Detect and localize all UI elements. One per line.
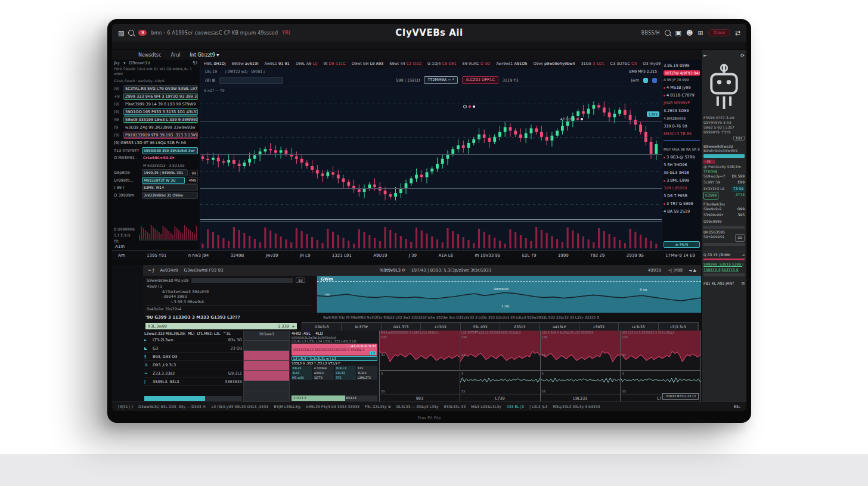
indicator-toggle-blue[interactable] [652,78,657,83]
table-row[interactable]: ⚓O93 ,L9 3L3 [144,361,242,369]
monitor-icon[interactable]: ▣ [675,29,681,37]
sidebar-section-row[interactable]: Ur999tti...M91SS9T3T W 3U4M9 [114,177,198,184]
panel-refresh-icon[interactable]: ⟳ [740,53,745,58]
timeframe-combo[interactable]: TT2MM9A ~ * [424,76,458,84]
sidebar-section-row[interactable]: G9p9tt91999,39 | 93999L 39199 [114,169,198,176]
close-button[interactable]: Close [708,29,730,36]
column-header[interactable]: L3933 [579,323,619,331]
column-header[interactable]: L13O3 [421,323,460,331]
watchlist-row[interactable]: +9Z999 333 9H6 W4 3 19Y1O 93 399 3R3W 1B… [114,93,198,100]
status-item[interactable]: DL3L33 — 83&y3 L33y [396,404,439,409]
section-chip[interactable]: M91SS9T3T W 3U [142,177,185,184]
ticker-item[interactable]: G-1Dj4 C9 O91 [427,61,457,66]
tab-1[interactable]: Newsdtsc [138,52,161,58]
watchlist-row[interactable]: (9)39O1OO.19S P933 3 3133 1O1 43L31139G [114,108,198,116]
drawdown-panel[interactable]: L33 3 3V3 3 3L33LL33 L33 333333313333333… [541,331,621,401]
drawdown-panels[interactable]: M33 w3333333333 3 L3S3 L3L3 S33L3 L13333… [379,331,701,401]
ticker-item[interactable]: O3 myd9 31O [643,61,662,66]
panel-footer-box[interactable]: 33933 B33LL33 (3 [662,393,699,400]
sidebar-section-row[interactable]: ( 99 )E3M9, W14 [114,184,198,191]
ticker-item[interactable]: E9 9UAC O 3O [463,61,491,66]
status-item[interactable]: G3ww9L3s| 83L G93 .33y — D393 ® [138,404,206,409]
section-chip[interactable]: 1999,39 | 93999L 391 [142,169,188,176]
price-axis[interactable]: 3.85,19 099988TJ7W 4J9F93 8AGA 95 JP 78 … [662,60,701,250]
sidebar-section-row[interactable]: T13 4T9T9TTS9993t39 399 39h3s9dt 3wr [114,147,198,154]
column-header[interactable]: 4413LP [540,323,579,331]
ticker-item[interactable]: H9lL 0H1Dj [204,61,226,66]
status-item-highlight[interactable]: 433 EL |3 [507,404,524,409]
ticker-item[interactable]: S9wt 44 C1 O1O [389,61,421,66]
toolbar-mode-label[interactable]: Jwm [631,78,639,83]
ticker-item[interactable]: C3 3U7GC O3 [610,61,637,66]
kv-value-box[interactable]: G9 [735,234,745,242]
ticker-item[interactable]: 31G5 3 1O1 [581,61,604,66]
search-icon[interactable] [128,30,134,36]
sidebar-section-row[interactable]: M 93339313 · 3,93 L93 [114,162,198,169]
equity-area-chart[interactable]: GWm rss Awrssrah 9 sw 1 (9) [317,276,701,313]
table-row[interactable]: ▸LT3-2L3wnB3s 3O [144,336,242,344]
user-icon[interactable]: ☻ [686,29,693,37]
analytics-collapse-icon[interactable]: ≈ ƒ [148,268,154,273]
section-chip[interactable]: 3r9339999d 31 O99m [142,192,198,199]
status-item[interactable]: B3|M L39LL3|y [274,404,300,409]
section-chip[interactable]: Cr1sS9C=3D.Or [142,155,198,161]
column-header[interactable]: L3(3 3L3 [659,323,698,331]
ticker-item[interactable]: 199L A9 LtJ [296,61,318,66]
toolbar-settings-icon[interactable]: (B) ⊞ [205,78,215,83]
panel-footer-icon[interactable]: ⊟ [742,281,745,285]
status-item[interactable]: b39L33 F3y3 b9 3933 33933 [306,404,359,409]
watchlist-row[interactable]: (9)SC3TAL.R3 SVG L79 GV3W 53WL L97T 3L 3… [114,85,198,92]
status-item[interactable]: M&3 L33&L3L3y [471,404,501,409]
price-alert-chip[interactable]: 1399 [647,111,659,117]
close-order-button[interactable]: 4LCZ01 OPP1C [462,76,498,84]
dataview-arrow-icon[interactable]: → [742,253,745,257]
panel-value-box[interactable]: 1G1 [733,136,745,141]
status-item[interactable]: L3 (3L9 y93 39L33 O3s3 ,3333 [212,404,268,409]
section-chip[interactable]: E3M9, W14 [142,184,198,191]
app-logo-icon[interactable]: ▨ [118,29,124,37]
sidebar-section-row[interactable]: O M93M91 .Cr1sS9C=3D.Or [114,154,198,161]
column-header[interactable]: G91 3T3 [382,323,421,331]
column-header[interactable]: LL3L33 [619,323,658,331]
watchlist-row[interactable]: (9)P919133919 9T9 39.193 .313 3 13V9T ¥ [114,132,198,139]
table-row[interactable]: ≈Z33,3.33s3G9.3L1 [144,369,242,378]
drawdown-panel[interactable]: 333 L33 L3 3 3333333 3 333 L33LL31333333… [621,331,701,401]
indicator-toggle-teal[interactable] [643,78,648,83]
status-item[interactable]: E33L33L 33 [444,404,466,409]
column-header[interactable]: G3U3L3 [302,323,342,331]
axis-teal-chip[interactable]: ⊕ PS/N [664,241,700,248]
analytics-play-controls[interactable]: ◄ ▲ [689,268,696,273]
table-row[interactable]: §B93, G93 O3 [144,353,242,361]
drawdown-panel[interactable]: M33 w3333333333 3 L3S3 L3L3 S33L3 L13333… [380,331,460,401]
ticker-item[interactable]: S9t9w avS1th [232,61,259,66]
ticker-item[interactable]: Awr9wt1 A91O5 [496,61,527,66]
watchlist-menu-icon[interactable]: ¶1 [193,61,198,66]
candlestick-chart[interactable]: 9 xO? — T9 [200,86,662,250]
selected-row[interactable]: L3 L4L3 | 3L3x3L3L w | L3 [292,356,377,361]
status-item[interactable]: | L3L3 |L3 [529,404,547,409]
search-icon-right[interactable] [665,30,671,36]
toolbar-interval-labels[interactable]: j 39tT23 w1j · S9t9J1 j [225,69,265,73]
dataview-link-1[interactable]: 999999 ,93919 S399 | [703,261,745,267]
drawdown-panel[interactable]: L33 S3T3TT L33 L3 3333333333 333L3L31333… [460,331,541,401]
column-header[interactable]: 9L3T3P [342,323,381,331]
watchlist-filter[interactable]: Jky [114,61,120,66]
column-header[interactable]: S3L 933 [461,323,500,331]
watchlist-caret-icon[interactable]: ▾ [123,61,126,66]
tab-3[interactable]: Int Gtrzzt9 ▾ [190,52,219,58]
status-item[interactable]: F3L G3L33y ⊕ [365,404,391,409]
symbol-search-input[interactable] [219,77,283,84]
table-row[interactable]: ◣G323 O3 [144,344,242,353]
ratio-arrow-icon[interactable]: ▸ [293,324,294,329]
expand-icon[interactable]: ⇄ [735,29,740,37]
section-chip[interactable]: S9993t39 399 39h3s9dt 3wr [142,147,198,154]
ticker-item[interactable]: 9t D9-111C [324,61,346,66]
column-header[interactable]: Z3313 [500,323,540,331]
watchlist-row[interactable]: r9w3U39 Z4g 99.3R33999 33w9w93w [114,124,198,131]
table-row[interactable]: ʃ3S39L3. 93L33393933 [144,378,242,386]
sidebar-section-row[interactable]: O 39999m3r9339999d 31 O99m [114,192,198,199]
panel-collapse-icon[interactable]: ⇤ [703,53,708,58]
section-chip[interactable]: M 93339313 · 3,93 L93 [142,163,198,169]
ticker-item[interactable]: Aw9L1 91 91 [265,61,290,66]
grid-layout-icon[interactable]: ⊞ [698,29,703,37]
